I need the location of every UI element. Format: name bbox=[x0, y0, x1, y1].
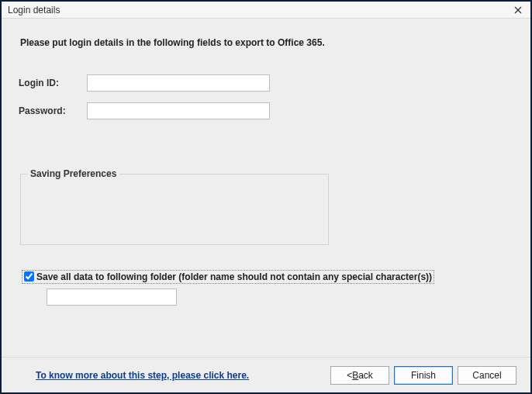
saving-preferences-group: Saving Preferences bbox=[20, 174, 329, 245]
folder-name-input[interactable] bbox=[47, 289, 177, 306]
login-id-label: Login ID: bbox=[19, 78, 87, 88]
save-folder-checkbox[interactable] bbox=[24, 271, 34, 282]
login-details-dialog: Login details Please put login details i… bbox=[0, 0, 532, 394]
password-input[interactable] bbox=[87, 102, 270, 119]
login-id-input[interactable] bbox=[87, 74, 270, 92]
titlebar: Login details bbox=[2, 2, 530, 19]
cancel-button[interactable]: Cancel bbox=[458, 366, 516, 385]
save-folder-label: Save all data to following folder (folde… bbox=[36, 271, 432, 282]
password-row: Password: bbox=[19, 102, 513, 119]
dialog-content: Please put login details in the followin… bbox=[2, 19, 530, 357]
saving-preferences-legend: Saving Preferences bbox=[27, 168, 119, 179]
window-title: Login details bbox=[8, 5, 510, 16]
save-folder-option[interactable]: Save all data to following folder (folde… bbox=[22, 270, 434, 284]
instruction-text: Please put login details in the followin… bbox=[20, 37, 513, 48]
save-folder-section: Save all data to following folder (folde… bbox=[22, 270, 513, 306]
dialog-footer: To know more about this step, please cli… bbox=[2, 357, 530, 392]
close-button[interactable] bbox=[510, 4, 526, 16]
password-label: Password: bbox=[19, 105, 87, 116]
finish-button[interactable]: Finish bbox=[394, 366, 453, 385]
close-icon bbox=[514, 6, 522, 14]
help-link[interactable]: To know more about this step, please cli… bbox=[36, 370, 249, 381]
back-button[interactable]: < Back bbox=[330, 366, 389, 385]
login-id-row: Login ID: bbox=[19, 74, 513, 92]
